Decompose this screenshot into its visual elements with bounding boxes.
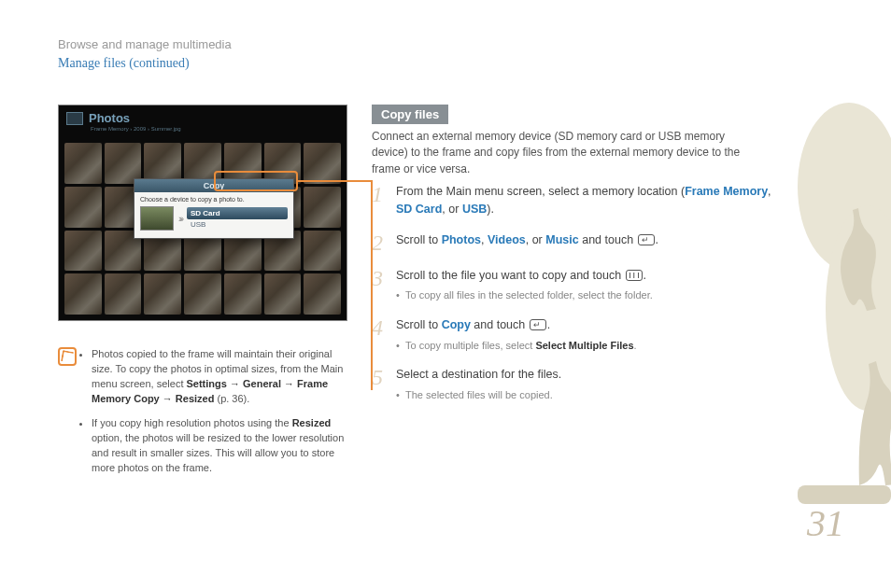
svg-point-1 xyxy=(798,103,891,271)
svg-point-2 xyxy=(826,205,891,411)
screenshot-path: Frame Memory › 2009 › Summer.jpg xyxy=(91,126,181,132)
step-2: 2 Scroll to Photos, Videos, or Music and… xyxy=(372,231,773,254)
dialog-prompt: Choose a device to copy a photo to. xyxy=(140,196,288,203)
chevron-icon: ››› xyxy=(178,214,182,224)
step-number: 5 xyxy=(372,366,387,402)
step-3: 3 Scroll to the file you want to copy an… xyxy=(372,267,773,303)
dialog-title: Copy xyxy=(134,179,293,192)
step-sub: The selected files will be copied. xyxy=(396,387,773,403)
enter-icon xyxy=(638,234,655,245)
copy-dialog: Copy Choose a device to copy a photo to.… xyxy=(134,178,294,239)
step-number: 2 xyxy=(372,231,387,254)
step-4: 4 Scroll to Copy and touch . To copy mul… xyxy=(372,316,773,353)
section-heading: Copy files xyxy=(372,105,448,124)
breadcrumb: Browse and manage multimedia xyxy=(58,37,232,51)
dialog-option-selected: SD Card xyxy=(187,207,288,219)
page-number: 31 xyxy=(807,501,844,545)
screenshot-title: Photos xyxy=(89,111,130,125)
dialog-thumbnail xyxy=(140,206,174,231)
step-sub: To copy multiple files, select Select Mu… xyxy=(396,338,773,354)
step-1: 1 From the Main menu screen, select a me… xyxy=(372,183,773,218)
step-number: 1 xyxy=(372,183,387,218)
photos-app-icon xyxy=(66,112,83,125)
step-number: 3 xyxy=(372,267,387,303)
step-sub: To copy all files in the selected folder… xyxy=(396,287,773,303)
note-icon xyxy=(58,347,77,366)
menu-icon xyxy=(626,270,643,281)
step-list: 1 From the Main menu screen, select a me… xyxy=(372,183,773,415)
enter-icon xyxy=(530,319,546,330)
dialog-option: USB xyxy=(187,219,288,230)
section-intro: Connect an external memory device (SD me… xyxy=(372,129,764,177)
page-subtitle: Manage files (continued) xyxy=(58,56,190,71)
note-item: Photos copied to the frame will maintain… xyxy=(92,347,351,407)
step-number: 4 xyxy=(372,316,387,353)
note-item: If you copy high resolution photos using… xyxy=(92,416,351,476)
step-5: 5 Select a destination for the files. Th… xyxy=(372,366,773,402)
note-list: Photos copied to the frame will maintain… xyxy=(92,347,351,485)
device-screenshot: Photos Frame Memory › 2009 › Summer.jpg … xyxy=(58,105,347,321)
